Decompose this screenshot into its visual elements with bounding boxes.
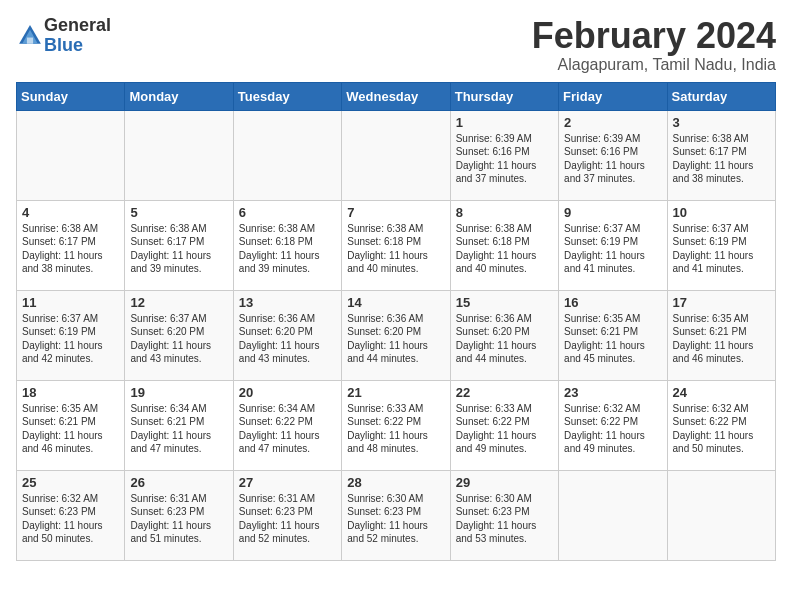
calendar-cell: 27Sunrise: 6:31 AM Sunset: 6:23 PM Dayli… <box>233 470 341 560</box>
calendar-week-5: 25Sunrise: 6:32 AM Sunset: 6:23 PM Dayli… <box>17 470 776 560</box>
calendar-table: SundayMondayTuesdayWednesdayThursdayFrid… <box>16 82 776 561</box>
calendar-cell: 22Sunrise: 6:33 AM Sunset: 6:22 PM Dayli… <box>450 380 558 470</box>
day-number: 21 <box>347 385 444 400</box>
day-number: 10 <box>673 205 770 220</box>
calendar-cell: 6Sunrise: 6:38 AM Sunset: 6:18 PM Daylig… <box>233 200 341 290</box>
page-title: February 2024 <box>532 16 776 56</box>
header: General Blue February 2024 Alagapuram, T… <box>16 16 776 74</box>
day-info: Sunrise: 6:35 AM Sunset: 6:21 PM Dayligh… <box>564 312 661 366</box>
col-header-saturday: Saturday <box>667 82 775 110</box>
calendar-cell: 3Sunrise: 6:38 AM Sunset: 6:17 PM Daylig… <box>667 110 775 200</box>
calendar-cell <box>559 470 667 560</box>
day-info: Sunrise: 6:38 AM Sunset: 6:17 PM Dayligh… <box>673 132 770 186</box>
col-header-tuesday: Tuesday <box>233 82 341 110</box>
day-number: 14 <box>347 295 444 310</box>
calendar-cell: 12Sunrise: 6:37 AM Sunset: 6:20 PM Dayli… <box>125 290 233 380</box>
calendar-cell: 5Sunrise: 6:38 AM Sunset: 6:17 PM Daylig… <box>125 200 233 290</box>
day-info: Sunrise: 6:34 AM Sunset: 6:21 PM Dayligh… <box>130 402 227 456</box>
day-info: Sunrise: 6:36 AM Sunset: 6:20 PM Dayligh… <box>239 312 336 366</box>
calendar-cell: 14Sunrise: 6:36 AM Sunset: 6:20 PM Dayli… <box>342 290 450 380</box>
calendar-cell: 10Sunrise: 6:37 AM Sunset: 6:19 PM Dayli… <box>667 200 775 290</box>
calendar-cell: 25Sunrise: 6:32 AM Sunset: 6:23 PM Dayli… <box>17 470 125 560</box>
calendar-cell: 17Sunrise: 6:35 AM Sunset: 6:21 PM Dayli… <box>667 290 775 380</box>
day-number: 16 <box>564 295 661 310</box>
col-header-wednesday: Wednesday <box>342 82 450 110</box>
day-info: Sunrise: 6:33 AM Sunset: 6:22 PM Dayligh… <box>347 402 444 456</box>
day-info: Sunrise: 6:36 AM Sunset: 6:20 PM Dayligh… <box>347 312 444 366</box>
calendar-cell <box>342 110 450 200</box>
day-info: Sunrise: 6:37 AM Sunset: 6:19 PM Dayligh… <box>564 222 661 276</box>
day-number: 26 <box>130 475 227 490</box>
day-info: Sunrise: 6:34 AM Sunset: 6:22 PM Dayligh… <box>239 402 336 456</box>
day-number: 11 <box>22 295 119 310</box>
header-row: SundayMondayTuesdayWednesdayThursdayFrid… <box>17 82 776 110</box>
day-info: Sunrise: 6:38 AM Sunset: 6:18 PM Dayligh… <box>347 222 444 276</box>
day-number: 4 <box>22 205 119 220</box>
col-header-monday: Monday <box>125 82 233 110</box>
day-info: Sunrise: 6:32 AM Sunset: 6:23 PM Dayligh… <box>22 492 119 546</box>
day-info: Sunrise: 6:37 AM Sunset: 6:19 PM Dayligh… <box>673 222 770 276</box>
day-info: Sunrise: 6:38 AM Sunset: 6:18 PM Dayligh… <box>456 222 553 276</box>
day-number: 22 <box>456 385 553 400</box>
calendar-cell: 23Sunrise: 6:32 AM Sunset: 6:22 PM Dayli… <box>559 380 667 470</box>
day-info: Sunrise: 6:33 AM Sunset: 6:22 PM Dayligh… <box>456 402 553 456</box>
day-number: 13 <box>239 295 336 310</box>
day-number: 12 <box>130 295 227 310</box>
day-info: Sunrise: 6:30 AM Sunset: 6:23 PM Dayligh… <box>347 492 444 546</box>
day-number: 2 <box>564 115 661 130</box>
day-number: 9 <box>564 205 661 220</box>
calendar-cell <box>125 110 233 200</box>
day-info: Sunrise: 6:38 AM Sunset: 6:18 PM Dayligh… <box>239 222 336 276</box>
day-number: 6 <box>239 205 336 220</box>
calendar-cell: 29Sunrise: 6:30 AM Sunset: 6:23 PM Dayli… <box>450 470 558 560</box>
day-info: Sunrise: 6:39 AM Sunset: 6:16 PM Dayligh… <box>564 132 661 186</box>
day-info: Sunrise: 6:32 AM Sunset: 6:22 PM Dayligh… <box>673 402 770 456</box>
day-number: 8 <box>456 205 553 220</box>
day-info: Sunrise: 6:39 AM Sunset: 6:16 PM Dayligh… <box>456 132 553 186</box>
logo-blue-text: Blue <box>44 35 83 55</box>
day-info: Sunrise: 6:38 AM Sunset: 6:17 PM Dayligh… <box>130 222 227 276</box>
calendar-cell <box>667 470 775 560</box>
day-info: Sunrise: 6:37 AM Sunset: 6:19 PM Dayligh… <box>22 312 119 366</box>
day-number: 29 <box>456 475 553 490</box>
page-subtitle: Alagapuram, Tamil Nadu, India <box>532 56 776 74</box>
day-number: 3 <box>673 115 770 130</box>
logo-icon <box>16 22 44 50</box>
calendar-cell <box>17 110 125 200</box>
calendar-week-2: 4Sunrise: 6:38 AM Sunset: 6:17 PM Daylig… <box>17 200 776 290</box>
calendar-cell: 9Sunrise: 6:37 AM Sunset: 6:19 PM Daylig… <box>559 200 667 290</box>
calendar-cell: 8Sunrise: 6:38 AM Sunset: 6:18 PM Daylig… <box>450 200 558 290</box>
svg-rect-2 <box>27 37 33 43</box>
day-number: 1 <box>456 115 553 130</box>
calendar-cell: 19Sunrise: 6:34 AM Sunset: 6:21 PM Dayli… <box>125 380 233 470</box>
calendar-body: 1Sunrise: 6:39 AM Sunset: 6:16 PM Daylig… <box>17 110 776 560</box>
calendar-cell <box>233 110 341 200</box>
logo: General Blue <box>16 16 111 56</box>
calendar-cell: 24Sunrise: 6:32 AM Sunset: 6:22 PM Dayli… <box>667 380 775 470</box>
day-info: Sunrise: 6:37 AM Sunset: 6:20 PM Dayligh… <box>130 312 227 366</box>
day-number: 24 <box>673 385 770 400</box>
col-header-friday: Friday <box>559 82 667 110</box>
calendar-cell: 21Sunrise: 6:33 AM Sunset: 6:22 PM Dayli… <box>342 380 450 470</box>
calendar-cell: 18Sunrise: 6:35 AM Sunset: 6:21 PM Dayli… <box>17 380 125 470</box>
logo-general-text: General <box>44 15 111 35</box>
calendar-week-3: 11Sunrise: 6:37 AM Sunset: 6:19 PM Dayli… <box>17 290 776 380</box>
day-info: Sunrise: 6:30 AM Sunset: 6:23 PM Dayligh… <box>456 492 553 546</box>
day-info: Sunrise: 6:36 AM Sunset: 6:20 PM Dayligh… <box>456 312 553 366</box>
day-number: 20 <box>239 385 336 400</box>
day-number: 17 <box>673 295 770 310</box>
day-number: 15 <box>456 295 553 310</box>
calendar-cell: 7Sunrise: 6:38 AM Sunset: 6:18 PM Daylig… <box>342 200 450 290</box>
calendar-cell: 1Sunrise: 6:39 AM Sunset: 6:16 PM Daylig… <box>450 110 558 200</box>
calendar-cell: 20Sunrise: 6:34 AM Sunset: 6:22 PM Dayli… <box>233 380 341 470</box>
calendar-cell: 16Sunrise: 6:35 AM Sunset: 6:21 PM Dayli… <box>559 290 667 380</box>
day-info: Sunrise: 6:31 AM Sunset: 6:23 PM Dayligh… <box>239 492 336 546</box>
calendar-header: SundayMondayTuesdayWednesdayThursdayFrid… <box>17 82 776 110</box>
calendar-cell: 11Sunrise: 6:37 AM Sunset: 6:19 PM Dayli… <box>17 290 125 380</box>
day-number: 25 <box>22 475 119 490</box>
day-info: Sunrise: 6:35 AM Sunset: 6:21 PM Dayligh… <box>673 312 770 366</box>
calendar-cell: 15Sunrise: 6:36 AM Sunset: 6:20 PM Dayli… <box>450 290 558 380</box>
day-number: 18 <box>22 385 119 400</box>
day-info: Sunrise: 6:32 AM Sunset: 6:22 PM Dayligh… <box>564 402 661 456</box>
calendar-cell: 2Sunrise: 6:39 AM Sunset: 6:16 PM Daylig… <box>559 110 667 200</box>
